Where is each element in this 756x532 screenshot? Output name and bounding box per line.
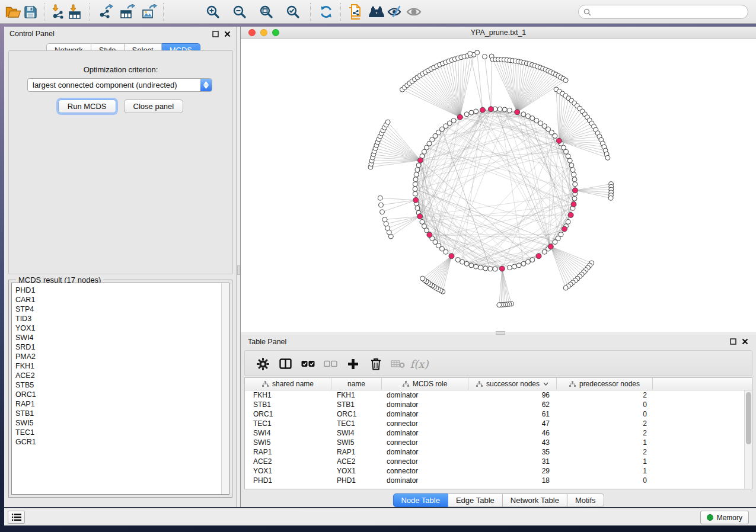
column-header-predecessor-nodes[interactable]: predecessor nodes [557, 378, 653, 390]
run-mcds-button[interactable]: Run MCDS [58, 100, 116, 113]
cell[interactable]: 62 [468, 400, 557, 409]
mcds-result-item[interactable]: ORC1 [15, 390, 219, 399]
network-window-titlebar[interactable]: YPA_prune.txt_1 [241, 27, 756, 39]
cell[interactable]: ORC1 [245, 410, 331, 418]
cell[interactable]: SWI4 [331, 429, 382, 437]
column-header-MCDS-role[interactable]: MCDS role [382, 378, 468, 390]
cell[interactable]: 29 [468, 467, 557, 475]
zoom-out-icon[interactable] [229, 2, 250, 22]
mcds-result-item[interactable]: SWI4 [15, 333, 219, 342]
table-row[interactable]: TEC1TEC1connector472 [245, 419, 744, 428]
cell[interactable]: FKH1 [331, 391, 382, 399]
cell[interactable]: dominator [382, 400, 468, 409]
column-header-successor-nodes[interactable]: successor nodes [468, 378, 557, 390]
cell[interactable]: ACE2 [331, 457, 382, 466]
function-builder-icon[interactable]: f(x) [410, 355, 429, 373]
cell[interactable]: dominator [382, 448, 468, 456]
cell[interactable]: dominator [382, 410, 468, 418]
delete-table-icon[interactable] [388, 355, 407, 373]
cell[interactable]: PHD1 [331, 476, 382, 485]
deselect-all-icon[interactable] [321, 355, 340, 373]
mcds-result-item[interactable]: SWI5 [15, 418, 219, 428]
mcds-list-scrollbar[interactable] [221, 283, 229, 494]
mcds-result-item[interactable]: STB1 [15, 409, 219, 418]
mcds-result-list[interactable]: PHD1CAR1STP4TID3YOX1SWI4SRD1PMA2FKH1ACE2… [11, 283, 229, 495]
cell[interactable]: ACE2 [245, 457, 331, 466]
cell[interactable]: 46 [468, 429, 557, 437]
table-row[interactable]: PHD1PHD1dominator180 [245, 476, 744, 485]
search-input[interactable] [594, 8, 743, 17]
cell[interactable]: PHD1 [245, 476, 331, 485]
cell[interactable]: SWI4 [245, 429, 331, 437]
cell[interactable]: SWI5 [245, 438, 331, 447]
table-row[interactable]: SWI5SWI5connector431 [245, 438, 744, 447]
tab-edge-table[interactable]: Edge Table [448, 493, 503, 507]
close-panel-button[interactable]: Close panel [124, 100, 184, 113]
hide-eye-icon[interactable] [403, 2, 425, 22]
close-panel-icon[interactable] [741, 338, 749, 345]
mcds-result-item[interactable]: ACE2 [15, 371, 219, 380]
mcds-result-item[interactable]: TID3 [15, 314, 219, 323]
network-from-file-icon[interactable] [344, 2, 365, 22]
cell[interactable]: 61 [468, 410, 557, 418]
cell[interactable]: YOX1 [245, 467, 331, 475]
cell[interactable]: dominator [382, 476, 468, 485]
cell[interactable]: 1 [557, 457, 653, 466]
ring-nodes[interactable] [368, 50, 614, 307]
table-settings-gear-icon[interactable] [253, 355, 272, 373]
cell[interactable]: 2 [557, 419, 653, 428]
network-search-box[interactable] [578, 5, 748, 19]
mcds-result-item[interactable]: PMA2 [15, 352, 219, 361]
show-columns-icon[interactable] [276, 355, 295, 373]
cell[interactable]: SWI5 [331, 438, 382, 447]
add-column-icon[interactable] [343, 355, 362, 373]
cell[interactable]: RAP1 [245, 448, 331, 456]
import-table-icon[interactable] [64, 2, 85, 22]
tab-node-table[interactable]: Node Table [393, 493, 448, 507]
memory-button[interactable]: Memory [700, 511, 749, 524]
cell[interactable]: 1 [557, 438, 653, 447]
table-scrollbar[interactable] [744, 390, 752, 489]
table-scrollbar-thumb[interactable] [746, 392, 751, 444]
select-all-icon[interactable] [298, 355, 317, 373]
mcds-result-item[interactable]: GCR1 [15, 437, 219, 447]
cell[interactable]: 1 [557, 467, 653, 475]
table-row[interactable]: ORC1ORC1dominator610 [245, 409, 744, 419]
mcds-result-item[interactable]: STP4 [15, 305, 219, 314]
cell[interactable]: FKH1 [245, 391, 331, 399]
export-network-icon[interactable] [95, 2, 116, 22]
table-row[interactable]: STB1STB1dominator620 [245, 400, 744, 409]
table-row[interactable]: RAP1RAP1dominator352 [245, 447, 744, 457]
mcds-result-item[interactable]: STB5 [15, 380, 219, 390]
cell[interactable]: connector [382, 438, 468, 447]
cell[interactable]: 0 [557, 476, 653, 485]
cell[interactable]: TEC1 [331, 419, 382, 428]
close-panel-icon[interactable] [224, 30, 231, 38]
mcds-result-item[interactable]: SRD1 [15, 342, 219, 352]
network-canvas[interactable] [241, 39, 756, 332]
table-row[interactable]: SWI4SWI4dominator462 [245, 428, 744, 438]
export-table-icon[interactable] [116, 2, 138, 22]
refresh-layout-icon[interactable] [315, 2, 337, 22]
cell[interactable]: STB1 [331, 400, 382, 409]
task-history-button[interactable] [8, 511, 25, 524]
cell[interactable]: connector [382, 467, 468, 475]
cell[interactable]: 96 [468, 391, 557, 399]
vertical-splitter-grip[interactable] [237, 265, 240, 275]
zoom-selected-icon[interactable] [282, 2, 304, 22]
mcds-result-item[interactable]: CAR1 [15, 295, 219, 305]
cell[interactable]: 2 [557, 391, 653, 399]
tab-motifs[interactable]: Motifs [567, 493, 604, 507]
cell[interactable]: 0 [557, 400, 653, 409]
cell[interactable]: STB1 [245, 400, 331, 409]
cell[interactable]: 2 [557, 429, 653, 437]
cell[interactable]: YOX1 [331, 467, 382, 475]
cell[interactable]: ORC1 [331, 410, 382, 418]
tab-network-table[interactable]: Network Table [503, 493, 567, 507]
table-row[interactable]: FKH1FKH1dominator962 [245, 390, 744, 400]
cell[interactable]: RAP1 [331, 448, 382, 456]
float-panel-icon[interactable] [212, 30, 219, 38]
cell[interactable]: 47 [468, 419, 557, 428]
mcds-result-item[interactable]: YOX1 [15, 323, 219, 333]
mcds-result-item[interactable]: TEC1 [15, 428, 219, 437]
